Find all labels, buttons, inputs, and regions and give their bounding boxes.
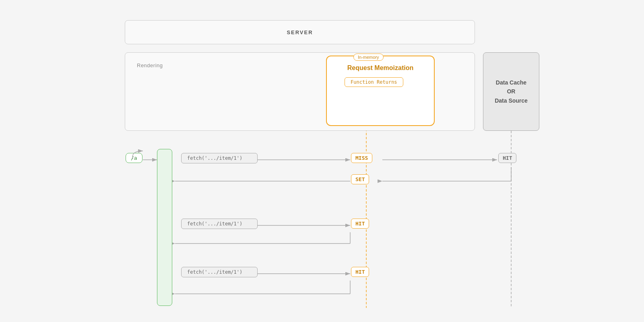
hit-badge-cache-1: HIT <box>498 153 516 163</box>
fetch-box-3: fetch('.../item/1') <box>181 267 258 277</box>
inmemory-badge: In-memory <box>353 54 384 61</box>
server-label: SERVER <box>287 29 313 35</box>
hit-badge-memo-2: HIT <box>351 219 369 229</box>
data-cache-box: Data Cache OR Data Source <box>483 52 539 131</box>
rendering-label: Rendering <box>137 62 163 68</box>
function-returns-badge: Function Returns <box>345 77 403 87</box>
fetch-box-2: fetch('.../item/1') <box>181 219 258 229</box>
route-badge: /a <box>126 153 142 163</box>
fetch-box-1: fetch('.../item/1') <box>181 153 258 163</box>
miss-badge-1: MISS <box>351 153 372 163</box>
set-badge: SET <box>351 174 369 184</box>
render-pass-bar: SINGLE RENDER PASS <box>157 149 172 306</box>
hit-badge-memo-3: HIT <box>351 267 369 277</box>
data-cache-label: Data Cache OR Data Source <box>495 78 528 105</box>
memoization-title: Request Memoization <box>329 64 431 72</box>
server-box: SERVER <box>125 20 475 44</box>
render-pass-label: SINGLE RENDER PASS <box>217 286 226 322</box>
